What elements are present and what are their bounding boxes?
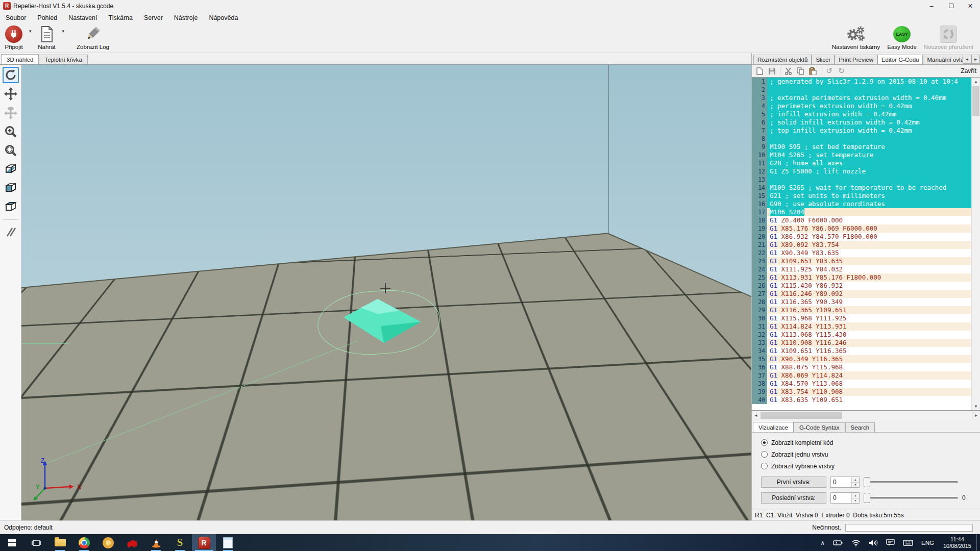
show-desktop-button[interactable] bbox=[976, 534, 980, 551]
gcode-line[interactable]: 25G1 X113.931 Y85.176 F1800.000 bbox=[752, 273, 971, 282]
taskbar-repetier-host[interactable]: R bbox=[192, 534, 216, 551]
emergency-stop-button[interactable]: Nouzové přerušení bbox=[920, 23, 977, 53]
gcode-line[interactable]: 12G1 Z5 F5000 ; lift nozzle bbox=[752, 167, 971, 176]
front-view-button[interactable] bbox=[3, 180, 19, 196]
last-layer-button[interactable]: Poslední vrstva: bbox=[761, 492, 826, 504]
fit-view-button[interactable] bbox=[3, 142, 19, 159]
gcode-editor[interactable]: 1; generated by Slic3r 1.2.9 on 2015-08-… bbox=[752, 77, 980, 411]
taskbar-red-app[interactable] bbox=[120, 534, 144, 551]
scroll-right-arrow[interactable]: ► bbox=[972, 411, 980, 419]
connect-button[interactable]: Připojit bbox=[0, 23, 28, 53]
start-button[interactable] bbox=[0, 534, 24, 551]
gcode-line[interactable]: 3; external perimeters extrusion width =… bbox=[752, 94, 971, 102]
gcode-line[interactable]: 9M190 S95 ; set bed temperature bbox=[752, 143, 971, 151]
printed-object[interactable] bbox=[344, 299, 421, 343]
radio-row[interactable]: Zobrazit vybrané vrstvy bbox=[761, 460, 976, 472]
tray-chevron[interactable]: ∧ bbox=[817, 534, 829, 551]
taskbar-gold-app[interactable] bbox=[96, 534, 120, 551]
top-view-button[interactable] bbox=[3, 199, 19, 215]
last-layer-slider[interactable] bbox=[864, 492, 958, 504]
spin-up-icon[interactable]: ▲ bbox=[852, 477, 859, 483]
gcode-line[interactable]: 36G1 X88.075 Y115.968 bbox=[752, 363, 971, 371]
gcode-line[interactable]: 4; perimeters extrusion width = 0.42mm bbox=[752, 102, 971, 110]
slider-handle[interactable] bbox=[864, 477, 870, 487]
editor-close-button[interactable]: Zavřít bbox=[961, 67, 976, 74]
language-indicator[interactable]: ENG bbox=[917, 534, 938, 551]
gcode-line[interactable]: 21G1 X89.092 Y83.754 bbox=[752, 241, 971, 249]
radio-row[interactable]: Zobrazit jednu vrstvu bbox=[761, 448, 976, 460]
spin-down-icon[interactable]: ▼ bbox=[852, 483, 859, 488]
touch-keyboard-icon[interactable] bbox=[899, 534, 917, 551]
paste-icon[interactable] bbox=[808, 67, 817, 76]
rotate-view-button[interactable] bbox=[3, 67, 19, 83]
radio-row[interactable]: Zobrazit kompletní kód bbox=[761, 437, 976, 448]
menu-server[interactable]: Server bbox=[138, 13, 168, 23]
taskbar-slicer-app[interactable]: S bbox=[168, 534, 192, 551]
tab-gcode-syntax[interactable]: G-Code Syntax bbox=[794, 422, 845, 432]
gcode-line[interactable]: 29G1 X116.365 Y109.651 bbox=[752, 306, 971, 314]
redo-icon[interactable]: ↻ bbox=[837, 67, 846, 76]
taskbar-notepad[interactable] bbox=[216, 534, 240, 551]
hscroll-thumb[interactable] bbox=[761, 412, 842, 419]
close-button[interactable]: × bbox=[961, 0, 980, 12]
first-layer-slider[interactable] bbox=[864, 477, 958, 488]
wifi-icon[interactable] bbox=[847, 534, 865, 551]
tab-vizualizace[interactable]: Vizualizace bbox=[753, 422, 794, 432]
taskbar-vlc[interactable] bbox=[144, 534, 168, 551]
gcode-line[interactable]: 14M109 S265 ; wait for temperature to be… bbox=[752, 184, 971, 192]
maximize-button[interactable] bbox=[941, 0, 961, 12]
menu-soubor[interactable]: Soubor bbox=[0, 13, 32, 23]
parallel-projection-button[interactable] bbox=[3, 224, 19, 240]
scroll-up-arrow[interactable]: ▲ bbox=[972, 78, 980, 86]
copy-icon[interactable] bbox=[796, 67, 805, 76]
iso-view-button[interactable] bbox=[3, 161, 19, 178]
gcode-line[interactable]: 31G1 X114.824 Y113.931 bbox=[752, 322, 971, 331]
taskbar-chrome[interactable] bbox=[72, 534, 96, 551]
scroll-left-arrow[interactable]: ◄ bbox=[752, 411, 760, 419]
gcode-line[interactable]: 26G1 X115.430 Y86.932 bbox=[752, 282, 971, 290]
tab-search[interactable]: Search bbox=[845, 422, 875, 432]
easy-mode-button[interactable]: EASY Easy Mode bbox=[884, 23, 920, 53]
battery-icon[interactable] bbox=[829, 534, 847, 551]
gcode-line[interactable]: 34G1 X109.651 Y116.365 bbox=[752, 347, 971, 355]
move-view-button[interactable] bbox=[3, 86, 19, 102]
gcode-line[interactable]: 7; top infill extrusion width = 0.42mm bbox=[752, 127, 971, 135]
last-layer-spinner[interactable]: 0 ▲▼ bbox=[830, 492, 860, 504]
radio-single-layer[interactable] bbox=[761, 451, 768, 458]
menu-nastaveni[interactable]: Nastavení bbox=[63, 13, 103, 23]
spin-up-icon[interactable]: ▲ bbox=[852, 493, 859, 498]
tab-print-preview[interactable]: Print Preview bbox=[835, 55, 877, 64]
menu-tiskarna[interactable]: Tiskárna bbox=[103, 13, 138, 23]
gcode-line[interactable]: 20G1 X86.932 Y84.570 F1800.000 bbox=[752, 233, 971, 241]
gcode-line[interactable]: 33G1 X110.908 Y116.246 bbox=[752, 339, 971, 347]
scroll-down-arrow[interactable]: ▼ bbox=[972, 402, 980, 410]
gcode-line[interactable]: 18G1 Z0.400 F6000.000 bbox=[752, 216, 971, 224]
tab-editor-gcodu[interactable]: Editor G-Codu bbox=[877, 55, 923, 64]
gcode-line[interactable]: 1; generated by Slic3r 1.2.9 on 2015-08-… bbox=[752, 78, 971, 86]
slider-handle[interactable] bbox=[864, 493, 870, 503]
gcode-line[interactable]: 22G1 X90.349 Y83.635 bbox=[752, 249, 971, 257]
spin-down-icon[interactable]: ▼ bbox=[852, 498, 859, 504]
gcode-line[interactable]: 30G1 X115.968 Y111.925 bbox=[752, 314, 971, 322]
gcode-line[interactable]: 2 bbox=[752, 86, 971, 94]
action-center-icon[interactable] bbox=[882, 534, 899, 551]
zoom-in-button[interactable] bbox=[3, 123, 19, 140]
taskbar-clock[interactable]: 11:44 10/08/2015 bbox=[938, 534, 976, 551]
editor-hscrollbar[interactable]: ◄ ► bbox=[752, 411, 980, 419]
radio-selected-layers[interactable] bbox=[761, 463, 768, 469]
first-layer-spinner[interactable]: 0 ▲▼ bbox=[830, 477, 860, 488]
gcode-line[interactable]: 23G1 X109.651 Y83.635 bbox=[752, 257, 971, 265]
tab-scroll-right[interactable]: ► bbox=[971, 55, 980, 64]
new-file-icon[interactable] bbox=[755, 67, 764, 76]
tab-slicer[interactable]: Slicer bbox=[812, 55, 835, 64]
gcode-line[interactable]: 39G1 X83.754 Y110.908 bbox=[752, 388, 971, 396]
gcode-line[interactable]: 40G1 X83.635 Y109.651 bbox=[752, 396, 971, 404]
tab-scroll-left[interactable]: ◄ bbox=[963, 55, 971, 64]
load-dropdown[interactable]: ▾ bbox=[61, 29, 66, 34]
menu-nastroje[interactable]: Nástroje bbox=[168, 13, 204, 23]
taskbar-file-explorer[interactable] bbox=[48, 534, 72, 551]
3d-viewport[interactable]: Z X Y bbox=[21, 65, 751, 520]
printer-settings-button[interactable]: Nastavení tiskárny bbox=[828, 23, 884, 53]
move-object-button[interactable] bbox=[3, 105, 19, 121]
gcode-line[interactable]: 6; solid infill extrusion width = 0.42mm bbox=[752, 118, 971, 127]
